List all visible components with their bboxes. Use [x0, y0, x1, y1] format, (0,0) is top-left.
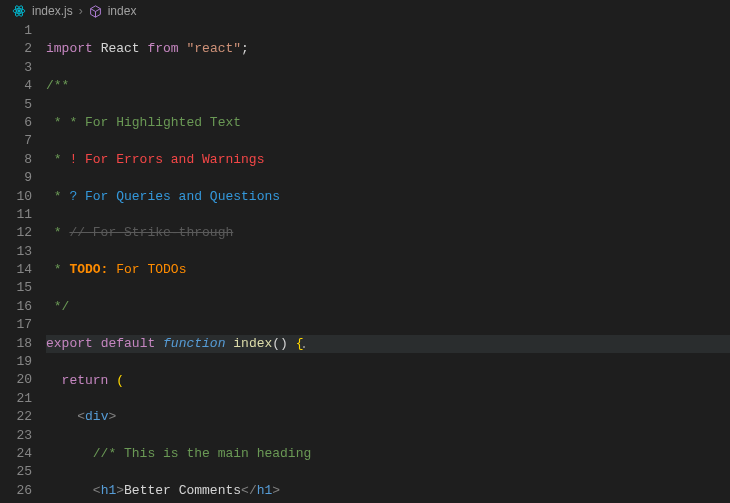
cube-icon — [89, 5, 102, 18]
line-number: 19 — [0, 353, 32, 371]
line-number: 12 — [0, 224, 32, 242]
code-line[interactable]: * TODO: For TODOs — [46, 261, 730, 279]
line-number: 1 — [0, 22, 32, 40]
line-number: 16 — [0, 298, 32, 316]
line-number-gutter: 1234567891011121314151617181920212223242… — [0, 22, 46, 503]
line-number: 9 — [0, 169, 32, 187]
line-number: 15 — [0, 279, 32, 297]
code-line[interactable]: import React from "react"; — [46, 40, 730, 58]
line-number: 8 — [0, 151, 32, 169]
svg-point-0 — [18, 10, 20, 12]
chevron-right-icon: › — [79, 4, 83, 18]
code-line[interactable]: * * For Highlighted Text — [46, 114, 730, 132]
line-number: 6 — [0, 114, 32, 132]
code-line[interactable]: /** — [46, 77, 730, 95]
line-number: 21 — [0, 390, 32, 408]
code-editor[interactable]: 1234567891011121314151617181920212223242… — [0, 22, 730, 503]
code-area[interactable]: import React from "react"; /** * * For H… — [46, 22, 730, 503]
code-line[interactable]: <div> — [46, 408, 730, 426]
breadcrumb[interactable]: index.js › index — [0, 0, 730, 22]
line-number: 23 — [0, 427, 32, 445]
line-number: 2 — [0, 40, 32, 58]
line-number: 17 — [0, 316, 32, 334]
code-line[interactable]: * // For Strike-through — [46, 224, 730, 242]
line-number: 22 — [0, 408, 32, 426]
line-number: 18 — [0, 335, 32, 353]
line-number: 11 — [0, 206, 32, 224]
code-line[interactable]: <h1>Better Comments</h1> — [46, 482, 730, 500]
line-number: 13 — [0, 243, 32, 261]
line-number: 14 — [0, 261, 32, 279]
line-number: 24 — [0, 445, 32, 463]
line-number: 4 — [0, 77, 32, 95]
line-number: 3 — [0, 59, 32, 77]
line-number: 7 — [0, 132, 32, 150]
breadcrumb-file[interactable]: index.js — [32, 4, 73, 18]
breadcrumb-symbol[interactable]: index — [108, 4, 137, 18]
line-number: 5 — [0, 96, 32, 114]
react-icon — [12, 4, 26, 18]
code-line[interactable]: return ( — [46, 372, 730, 390]
code-line[interactable]: //* This is the main heading — [46, 445, 730, 463]
code-line[interactable]: * ? For Queries and Questions — [46, 188, 730, 206]
line-number: 25 — [0, 463, 32, 481]
code-line[interactable]: */ — [46, 298, 730, 316]
line-number: 10 — [0, 188, 32, 206]
code-line[interactable]: * ! For Errors and Warnings — [46, 151, 730, 169]
line-number: 26 — [0, 482, 32, 500]
line-number: 20 — [0, 371, 32, 389]
code-line-active[interactable]: export default function index() { — [46, 335, 730, 353]
